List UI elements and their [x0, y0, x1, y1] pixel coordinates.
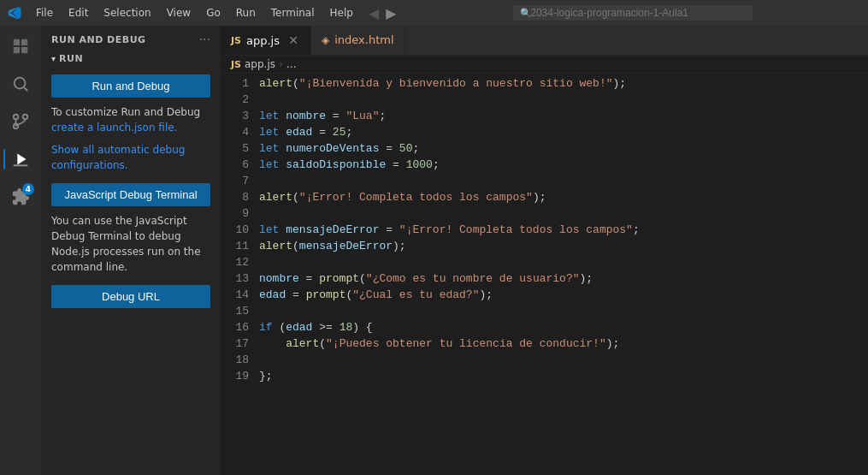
- breadcrumb: JS app.js › …: [221, 56, 868, 74]
- tab-bar: JS app.js ✕ ◈ index.html: [221, 26, 868, 56]
- menu-go[interactable]: Go: [199, 5, 227, 21]
- code-line-15: [259, 303, 851, 319]
- code-line-13: nombre = prompt("¿Como es tu nombre de u…: [259, 270, 851, 287]
- search-input[interactable]: [513, 5, 753, 21]
- show-all-automatic-link[interactable]: Show all automatic debug configurations.: [51, 144, 185, 171]
- code-line-8: alert("¡Error! Completa todos los campos…: [259, 189, 851, 205]
- menu-terminal[interactable]: Terminal: [264, 5, 322, 21]
- menu-edit[interactable]: Edit: [62, 5, 95, 21]
- js-debug-terminal-button[interactable]: JavaScript Debug Terminal: [51, 183, 210, 206]
- code-line-9: [259, 205, 851, 222]
- code-line-1: alert("¡Bienvenida y bienvenido a nuestr…: [259, 75, 851, 92]
- code-line-6: let saldoDisponible = 1000;: [259, 157, 851, 173]
- tab-app-js-label: app.js: [246, 34, 280, 47]
- search-activity-icon[interactable]: [3, 67, 38, 101]
- code-line-4: let edad = 25;: [259, 124, 851, 140]
- code-line-2: [259, 92, 851, 108]
- breadcrumb-separator: ›: [279, 58, 283, 70]
- breadcrumb-file[interactable]: app.js: [245, 58, 275, 70]
- code-editor[interactable]: 12345678910111213141516171819 alert("¡Bi…: [221, 74, 868, 475]
- code-line-10: let mensajeDeError = "¡Error! Completa t…: [259, 222, 851, 238]
- code-line-18: [259, 352, 851, 368]
- menu-file[interactable]: File: [29, 5, 60, 21]
- create-launch-json-link[interactable]: create a launch.json file.: [51, 122, 177, 134]
- svg-rect-1: [21, 39, 27, 45]
- code-line-17: alert("¡Puedes obtener tu licencia de co…: [259, 335, 851, 352]
- nav-arrows: ◀ ▶: [367, 5, 399, 21]
- line-numbers: 12345678910111213141516171819: [221, 74, 259, 475]
- search-bar: 🔍: [513, 5, 753, 21]
- svg-rect-0: [14, 39, 20, 45]
- nav-forward-button[interactable]: ▶: [384, 5, 398, 21]
- menu-view[interactable]: View: [160, 5, 198, 21]
- sidebar-title: RUN AND DEBUG: [51, 34, 146, 45]
- sidebar-content: Run and Debug To customize Run and Debug…: [41, 68, 221, 315]
- show-all-text: Show all automatic debug configurations.: [51, 142, 210, 173]
- extensions-icon[interactable]: 4: [3, 180, 38, 214]
- code-content[interactable]: alert("¡Bienvenida y bienvenido a nuestr…: [259, 74, 868, 475]
- vscode-logo: [7, 5, 22, 21]
- tab-index-html[interactable]: ◈ index.html: [311, 26, 405, 55]
- sidebar-header: RUN AND DEBUG ···: [41, 26, 221, 50]
- run-section-header[interactable]: ▾ RUN: [41, 50, 221, 68]
- debug-url-button[interactable]: Debug URL: [51, 285, 210, 308]
- code-line-19: };: [259, 368, 851, 384]
- code-line-3: let nombre = "Lua";: [259, 108, 851, 124]
- run-debug-button[interactable]: Run and Debug: [51, 74, 210, 98]
- sidebar-more-button[interactable]: ···: [199, 33, 210, 46]
- extensions-badge: 4: [22, 183, 34, 195]
- titlebar: File Edit Selection View Go Run Terminal…: [0, 0, 868, 26]
- tab-html-icon: ◈: [322, 34, 329, 46]
- code-line-12: [259, 254, 851, 270]
- menu-selection[interactable]: Selection: [97, 5, 157, 21]
- tab-index-html-label: index.html: [334, 33, 393, 46]
- svg-point-4: [15, 78, 26, 89]
- editor-area: JS app.js ✕ ◈ index.html JS app.js › … 1…: [221, 26, 868, 475]
- svg-point-7: [23, 115, 28, 120]
- js-debug-description: You can use the JavaScript Debug Termina…: [51, 213, 210, 275]
- svg-rect-3: [21, 47, 27, 53]
- source-control-icon[interactable]: [3, 104, 38, 139]
- menu-help[interactable]: Help: [323, 5, 360, 21]
- code-line-11: alert(mensajeDeError);: [259, 238, 851, 254]
- code-line-7: [259, 173, 851, 189]
- breadcrumb-js-icon: JS: [231, 59, 241, 70]
- main-layout: 4 RUN AND DEBUG ··· ▾ RUN Run and Debug …: [0, 26, 868, 475]
- sidebar-header-actions: ···: [199, 33, 210, 46]
- activity-bar: 4: [0, 26, 41, 475]
- code-line-16: if (edad >= 18) {: [259, 319, 851, 335]
- svg-rect-2: [14, 47, 20, 53]
- run-chevron-icon: ▾: [51, 54, 56, 63]
- menu-bar: File Edit Selection View Go Run Terminal…: [29, 5, 360, 21]
- explorer-icon[interactable]: [3, 29, 38, 63]
- tab-app-js[interactable]: JS app.js ✕: [221, 26, 311, 55]
- tab-close-button[interactable]: ✕: [286, 33, 300, 47]
- menu-run[interactable]: Run: [229, 5, 263, 21]
- tab-js-icon: JS: [231, 35, 241, 46]
- svg-point-6: [14, 115, 19, 120]
- code-line-14: edad = prompt("¿Cual es tu edad?");: [259, 287, 851, 303]
- breadcrumb-ellipsis[interactable]: …: [286, 58, 297, 70]
- svg-line-5: [24, 87, 27, 91]
- nav-back-button[interactable]: ◀: [367, 5, 381, 21]
- customize-text: To customize Run and Debug create a laun…: [51, 104, 210, 135]
- run-section-label: RUN: [59, 53, 83, 64]
- run-debug-activity-icon[interactable]: [3, 142, 38, 176]
- sidebar: RUN AND DEBUG ··· ▾ RUN Run and Debug To…: [41, 26, 221, 475]
- code-line-5: let numeroDeVentas = 50;: [259, 140, 851, 157]
